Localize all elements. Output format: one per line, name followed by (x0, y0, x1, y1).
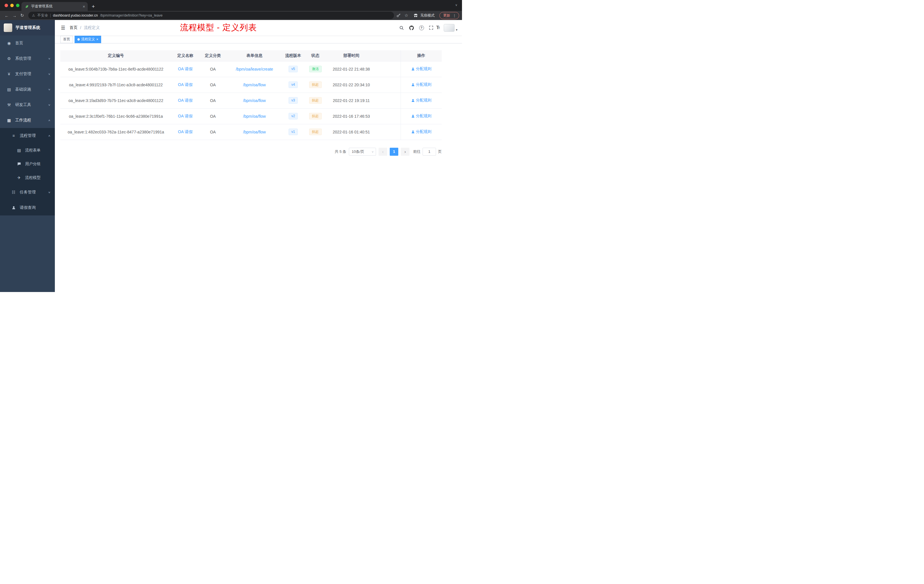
infrastructure-icon: ▤ (7, 87, 12, 92)
definition-id-cell: oa_leave:3:1fad3d93-7b75-11ec-a3c8-acde4… (60, 92, 172, 108)
definition-name-link[interactable]: OA 请假 (178, 114, 193, 118)
key-icon[interactable] (396, 13, 401, 18)
sidebar-item-leave-query[interactable]: 请假查询 (0, 200, 55, 215)
update-button[interactable]: 更新 ⋮ (439, 12, 459, 19)
sidebar-item-home[interactable]: ◉ 首页 (0, 35, 55, 51)
col-form-info: 表单信息 (226, 50, 282, 61)
chevron-down-icon: ∨ (48, 57, 51, 60)
tag-process-definition[interactable]: 流程定义 × (74, 36, 101, 43)
version-badge: v4 (289, 81, 298, 88)
assign-rule-link[interactable]: 分配规则 (411, 66, 431, 71)
back-button[interactable]: ← (3, 13, 11, 18)
sidebar-toggle-icon[interactable]: ☰ (55, 25, 69, 31)
definition-id-cell: oa_leave:4:991f2193-7b7f-11ec-a3c8-acde4… (60, 77, 172, 92)
definition-id-cell: oa_leave:5:004b710b-7b8a-11ec-8ef0-acde4… (60, 61, 172, 77)
tag-close-icon[interactable]: × (96, 38, 98, 41)
breadcrumb-separator: / (80, 25, 81, 30)
sidebar-item-process-form[interactable]: ▤ 流程表单 (0, 144, 55, 157)
chevron-down-icon: ∨ (48, 104, 51, 106)
zoom-window-button[interactable] (16, 4, 20, 7)
form-link[interactable]: /bpm/oa/flow (243, 114, 266, 119)
github-icon[interactable] (409, 25, 414, 31)
bookmark-star-icon[interactable]: ☆ (404, 13, 408, 18)
deploy-time-cell: 2022-01-22 21:48:38 (327, 61, 376, 77)
address-bar[interactable]: ⚠ 不安全 dashboard.yudao.iocoder.cn/bpm/man… (28, 12, 394, 19)
sidebar-item-task-management[interactable]: ☷ 任务管理 ∨ (0, 185, 55, 200)
tag-label: 首页 (63, 37, 70, 42)
sidebar-item-dev-tools[interactable]: ⚒ 研发工具 ∨ (0, 97, 55, 112)
search-icon[interactable] (399, 25, 404, 30)
incognito-label: 无痕模式 (420, 13, 435, 18)
browser-tab[interactable]: 芋道管理系统 × (21, 2, 88, 11)
sidebar-item-infrastructure[interactable]: ▤ 基础设施 ∨ (0, 82, 55, 97)
filler-cell (376, 77, 401, 92)
assign-rule-link[interactable]: 分配规则 (411, 98, 431, 103)
sidebar-item-label: 用户分组 (25, 162, 41, 167)
help-icon[interactable]: ? (419, 25, 424, 30)
navbar-actions: ? T T ▾ (399, 24, 462, 32)
fullscreen-icon[interactable] (429, 25, 434, 30)
url-path: /bpm/manager/definition?key=oa_leave (100, 13, 163, 17)
tab-favicon (25, 5, 29, 8)
page-annotation: 流程模型 - 定义列表 (180, 22, 257, 33)
form-link[interactable]: /bpm/oa/leave/create (236, 67, 273, 71)
send-icon: ✈ (16, 175, 21, 180)
table-row: oa_leave:2:3c1f0ef1-76b1-11ec-9c66-a2380… (60, 108, 442, 124)
gear-icon: ⚙ (7, 56, 12, 61)
toolbar-right: ☆ 无痕模式 更新 ⋮ (396, 12, 459, 19)
deploy-time-cell: 2022-01-22 20:34:10 (327, 77, 376, 92)
page-size-select[interactable]: 10条/页 ∨ (349, 148, 376, 156)
sidebar-item-payment-management[interactable]: ¥ 支付管理 ∨ (0, 66, 55, 82)
new-tab-button[interactable]: + (92, 4, 95, 9)
not-secure-label: 不安全 (38, 13, 48, 18)
omnibox-divider (50, 14, 51, 17)
font-size-icon[interactable]: T T (438, 25, 439, 30)
assign-rule-link[interactable]: 分配规则 (411, 114, 431, 119)
assign-rule-link[interactable]: 分配规则 (411, 129, 431, 134)
definition-name-link[interactable]: OA 请假 (178, 98, 193, 102)
tags-view: 首页 流程定义 × (55, 35, 462, 43)
tab-close-icon[interactable]: × (82, 4, 85, 8)
security-warning-icon[interactable]: ⚠ (32, 13, 35, 17)
goto-page-input[interactable] (422, 148, 436, 156)
form-link[interactable]: /bpm/oa/flow (243, 130, 266, 134)
sidebar-item-process-management[interactable]: ≡ 流程管理 ∧ (0, 128, 55, 144)
tag-label: 流程定义 (81, 37, 95, 42)
user-icon (411, 83, 415, 87)
form-link[interactable]: /bpm/oa/flow (243, 98, 266, 103)
prev-page-button[interactable]: ‹ (379, 148, 387, 156)
tab-strip-chevron-icon[interactable]: ∨ (455, 3, 457, 7)
definition-name-link[interactable]: OA 请假 (178, 66, 193, 71)
browser-toolbar: ← → ↻ ⚠ 不安全 dashboard.yudao.iocoder.cn/b… (0, 11, 462, 20)
definition-name-link[interactable]: OA 请假 (178, 82, 193, 87)
avatar-menu[interactable]: ▾ (444, 24, 457, 32)
minimize-window-button[interactable] (10, 4, 14, 7)
url-host: dashboard.yudao.iocoder.cn (53, 13, 98, 17)
close-window-button[interactable] (5, 4, 8, 7)
sidebar-item-system-management[interactable]: ⚙ 系统管理 ∨ (0, 51, 55, 66)
caret-down-icon: ▾ (456, 28, 457, 32)
assign-rule-link[interactable]: 分配规则 (411, 82, 431, 87)
tag-home[interactable]: 首页 (60, 36, 73, 43)
sidebar-item-label: 研发工具 (15, 102, 31, 107)
form-link[interactable]: /bpm/oa/flow (243, 82, 266, 87)
breadcrumb-home[interactable]: 首页 (69, 25, 78, 30)
workflow-icon: ▦ (7, 118, 12, 122)
browser-menu-icon[interactable]: ⋮ (452, 13, 456, 18)
status-badge: 挂起 (309, 81, 322, 88)
definition-name-link[interactable]: OA 请假 (178, 129, 193, 134)
status-badge: 挂起 (309, 113, 322, 120)
forward-button[interactable]: → (11, 13, 18, 18)
goto-unit: 页 (438, 149, 442, 154)
list-icon: ≡ (11, 134, 16, 138)
sidebar-item-label: 工作流程 (15, 118, 31, 123)
col-definition-id: 定义编号 (60, 50, 172, 61)
sidebar-item-process-model[interactable]: ✈ 流程模型 (0, 171, 55, 185)
sidebar-item-user-group[interactable]: 用户分组 (0, 157, 55, 171)
chevron-up-icon: ∧ (48, 134, 51, 137)
reload-button[interactable]: ↻ (18, 13, 26, 18)
page-number-1[interactable]: 1 (390, 148, 398, 156)
table-header-row: 定义编号 定义名称 定义分类 表单信息 流程版本 状态 部署时间 操作 (60, 50, 442, 61)
sidebar-item-workflow[interactable]: ▦ 工作流程 ∧ (0, 112, 55, 128)
next-page-button[interactable]: › (401, 148, 409, 156)
